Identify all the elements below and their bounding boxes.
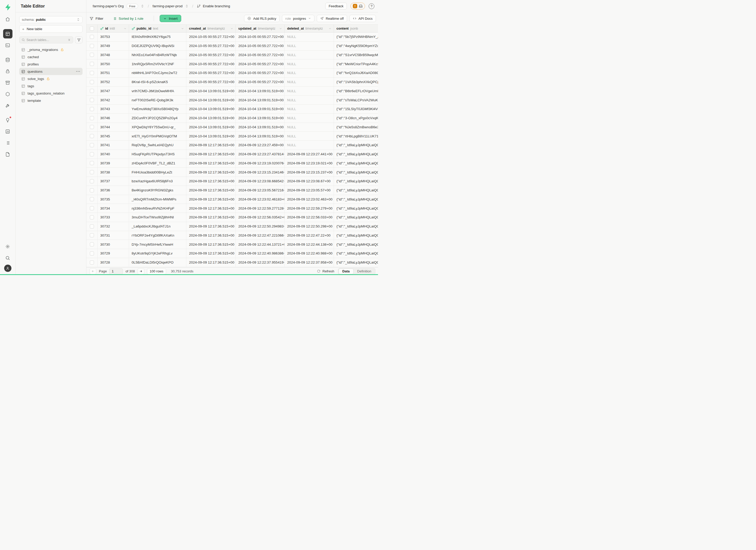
page-number-input[interactable] [109,268,123,274]
table-row[interactable]: 30751 nbMhHL3AP7OcCJymc2wT2 2024-10-05 0… [86,69,378,78]
table-row[interactable]: 30741 RiqOV6p_5wihLeIAEQyhU 2024-09-09 1… [86,141,378,150]
chevron-down-icon[interactable] [181,27,184,30]
cell-id[interactable]: 30740 [98,150,129,159]
cell-id[interactable]: 30750 [98,59,129,68]
row-checkbox[interactable] [90,179,94,183]
cell-deleted-at[interactable]: NULL [285,96,334,104]
cell-id[interactable]: 30733 [98,213,129,222]
cell-updated-at[interactable]: 2024-09-09 12:22:40.986386+00 [236,249,285,258]
table-row[interactable]: 30745 xrETl_HyGY0mPMGVqtOTM 2024-10-04 1… [86,132,378,141]
cell-created-at[interactable]: 2024-09-09 12:17:36.515+00 [186,231,236,240]
cell-created-at[interactable]: 2024-10-05 00:55:27.722+00 [186,69,236,77]
cell-public-id[interactable]: FHHUioa3bidd00BHyLeZt [129,168,186,177]
cell-deleted-at[interactable]: NULL [285,123,334,132]
cell-public-id[interactable]: NhXEo1Xw04FnB4RzWTNjb [129,51,186,59]
cell-deleted-at[interactable]: 2024-09-09 12:23:02.463+00 [285,195,334,204]
cell-id[interactable]: 30742 [98,96,129,104]
cell-id[interactable]: 30738 [98,168,129,177]
table-row[interactable]: 30732 _La6pddxcKJIbgufATJ1n 2024-09-09 1… [86,222,378,231]
chevron-down-icon[interactable] [328,27,332,30]
cell-deleted-at[interactable]: NULL [285,59,334,68]
row-checkbox[interactable] [90,224,94,229]
cell-content[interactable]: {"id":"_Id9aLyJpMHQLaiQC [334,168,378,177]
cell-id[interactable]: 30749 [98,42,129,50]
cell-updated-at[interactable]: 2024-10-05 00:55:27.722+00 [236,78,285,86]
cell-public-id[interactable]: YwEmuWdqT38XoSB048QYp [129,105,186,113]
cell-created-at[interactable]: 2024-10-04 13:09:01.519+00 [186,105,236,113]
sidebar-table-questions[interactable]: questions ··· [19,68,83,75]
cell-deleted-at[interactable]: NULL [285,141,334,150]
table-row[interactable]: 30742 nxFT002ISeRE-Qobg3K3k 2024-10-04 1… [86,96,378,105]
cell-deleted-at[interactable]: 2024-09-09 12:22:40.988+00 [285,249,334,258]
nav-tools-wrench-icon[interactable] [3,101,12,110]
breadcrumb-org[interactable]: farming-paper's Org [93,4,124,8]
cell-content[interactable]: {"id":"_Id9aLyJpMHQLaiQC [334,240,378,249]
cell-content[interactable]: {"id":"_Id9aLyJpMHQLaiQC [334,141,378,150]
row-checkbox[interactable] [90,71,94,75]
row-checkbox[interactable] [90,242,94,246]
cell-deleted-at[interactable]: 2024-09-09 12:23:19.021+00 [285,159,334,168]
cell-deleted-at[interactable]: NULL [285,105,334,113]
table-row[interactable]: 30749 DGEJfJZPQUV9Q-IBqsNSi 2024-10-05 0… [86,42,378,51]
column-header-public-id[interactable]: public_id text [129,25,186,32]
nav-table-editor-icon[interactable] [3,29,12,38]
nav-database-icon[interactable] [3,55,12,64]
realtime-toggle-button[interactable]: Realtime off [317,15,347,22]
row-checkbox[interactable] [90,161,94,165]
cell-public-id[interactable]: RiqOV6p_5wihLeIAEQyhU [129,141,186,150]
previous-page-button[interactable] [90,268,96,274]
cell-id[interactable]: 30748 [98,51,129,59]
role-select-button[interactable]: role postgres [282,15,314,22]
table-row[interactable]: 30736 Be4KignzoK9YRGNl3Zgks 2024-09-09 1… [86,186,378,195]
enable-branching-button[interactable]: Enable branching [197,4,230,8]
nav-logs-icon[interactable] [3,138,12,147]
table-row[interactable]: 30733 3muDHTceTWso9IZj8hHNI 2024-09-09 1… [86,213,378,222]
cell-content[interactable]: {"id":"3-O8cn_xPgs0cVxqKB [334,114,378,123]
chevron-down-icon[interactable] [279,27,282,30]
row-checkbox[interactable] [90,35,94,39]
row-checkbox[interactable] [90,206,94,210]
cell-updated-at[interactable]: 2024-09-09 12:23:27.437814+00 [236,150,285,159]
cell-content[interactable]: {"id":"1VASb3phnXXkQPCpv [334,78,378,86]
cell-content[interactable]: {"id":"_Id9aLyJpMHQLaiQC [334,213,378,222]
cell-public-id[interactable]: zHDq4c0F0VBF_TL2_dBZ1 [129,159,186,168]
cell-public-id[interactable]: DYp-7mcyMSIrHefLYIwwH [129,240,186,249]
insert-button[interactable]: Insert [160,15,181,22]
cell-id[interactable]: 30729 [98,249,129,258]
cell-deleted-at[interactable]: 2024-09-09 12:23:15.237+00 [285,168,334,177]
sidebar-table-cached[interactable]: cached [19,53,83,61]
cell-public-id[interactable]: 8KraI-tSI-6-pSZcknaK5 [129,78,186,86]
cell-created-at[interactable]: 2024-09-09 12:17:36.515+00 [186,177,236,186]
row-checkbox[interactable] [90,215,94,219]
cell-updated-at[interactable]: 2024-09-09 12:23:08.668542+00 [236,177,285,186]
cell-deleted-at[interactable]: 2024-09-09 12:22:50.298+00 [285,222,334,231]
cell-content[interactable]: {"id":"_Id9aLyJpMHQLaiQC [334,231,378,240]
cell-public-id[interactable]: 0L5BAfDaLDl5rQOiqeKPO [129,258,186,267]
cell-content[interactable]: {"id":"_Id9aLyJpMHQLaiQC [334,150,378,159]
cell-public-id[interactable]: _l40sQIRTmMZfcm-MWMPs [129,195,186,204]
project-switcher-icon[interactable] [185,4,188,8]
cell-deleted-at[interactable]: NULL [285,69,334,77]
cell-updated-at[interactable]: 2024-09-09 12:23:15.234146+00 [236,168,285,177]
cell-content[interactable]: {"id":"fvrQ1bXoJ6XaAD08G [334,69,378,77]
filter-button[interactable]: Filter [90,17,103,21]
cell-deleted-at[interactable]: 2024-09-09 12:23:27.441+00 [285,150,334,159]
cell-updated-at[interactable]: 2024-10-04 13:09:01.519+00 [236,123,285,132]
notifications-button[interactable]: ! [350,3,365,10]
cell-updated-at[interactable]: 2024-09-09 12:23:27.459+00 [236,141,285,150]
table-row[interactable]: 30746 ZDCunRYJP2CQ5Z8Po2Gy4 2024-10-04 1… [86,114,378,123]
cell-updated-at[interactable]: 2024-10-05 00:55:27.722+00 [236,69,285,77]
cell-deleted-at[interactable]: NULL [285,78,334,86]
cell-deleted-at[interactable]: 2024-09-09 12:22:47.22+00 [285,231,334,240]
search-tables-box[interactable] [19,36,73,43]
table-row[interactable]: 30728 0L5BAfDaLDl5rQOiqeKPO 2024-09-09 1… [86,258,378,267]
cell-deleted-at[interactable]: 2024-09-09 12:22:56.033+00 [285,213,334,222]
settings-gear-icon[interactable] [3,242,12,251]
cell-created-at[interactable]: 2024-09-09 12:17:36.515+00 [186,168,236,177]
cell-created-at[interactable]: 2024-10-05 00:55:27.722+00 [186,42,236,50]
table-row[interactable]: 30753 IEfA0sRh9hIXf62Y6ga75 2024-10-05 0… [86,32,378,42]
cell-id[interactable]: 30746 [98,114,129,123]
nav-reports-icon[interactable] [3,127,12,136]
feedback-button[interactable]: Feedback [325,3,347,10]
cell-updated-at[interactable]: 2024-10-05 00:55:27.722+00 [236,32,285,41]
